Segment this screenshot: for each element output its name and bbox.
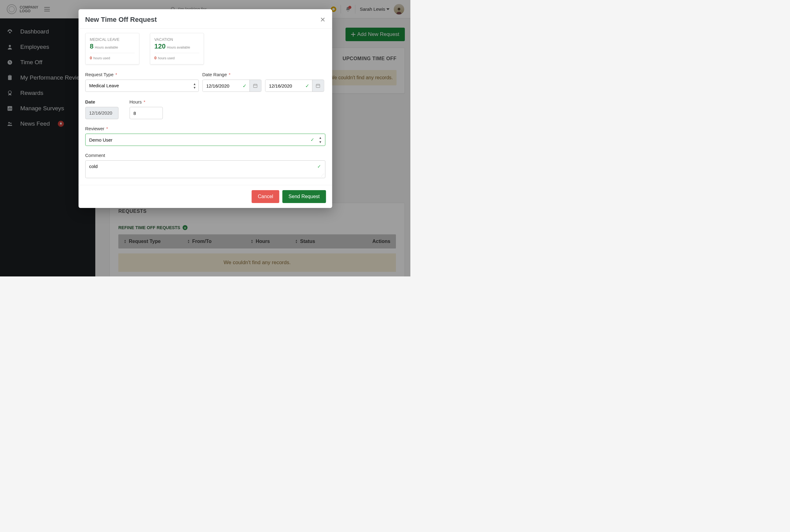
comment-label: Comment — [85, 153, 325, 158]
new-timeoff-modal: New Time Off Request × MEDICAL LEAVE 8 H… — [78, 9, 332, 208]
balance-name: MEDICAL LEAVE — [90, 37, 135, 42]
balance-used-label: hours used — [93, 56, 110, 60]
comment-textarea[interactable]: cold ✓ ⋰ — [85, 160, 325, 178]
hours-label: Hours* — [129, 99, 163, 104]
chevron-updown-icon: ▴▾ — [319, 135, 321, 144]
request-type-label: Request Type* — [85, 72, 199, 77]
date-label: Date — [85, 99, 118, 104]
balance-used: 0 — [90, 56, 92, 60]
balance-available-label: Hours available — [95, 45, 118, 49]
send-request-button[interactable]: Send Request — [282, 190, 326, 203]
balance-card-medical: MEDICAL LEAVE 8 Hours available 0 hours … — [85, 33, 139, 64]
balance-available-label: Hours available — [167, 45, 190, 49]
modal-title: New Time Off Request — [85, 16, 157, 24]
close-icon[interactable]: × — [320, 15, 325, 24]
balance-used-label: hours used — [158, 56, 174, 60]
reviewer-label: Reviewer* — [85, 126, 325, 131]
date-from-input[interactable]: ✓ — [202, 79, 261, 92]
check-icon: ✓ — [302, 80, 312, 92]
balance-card-vacation: VACATION 120 Hours available 0 hours use… — [150, 33, 204, 64]
balance-name: VACATION — [154, 37, 199, 42]
check-icon: ✓ — [239, 80, 249, 92]
chevron-updown-icon: ▴▾ — [194, 82, 196, 89]
svg-rect-14 — [316, 84, 320, 88]
balance-used: 0 — [154, 56, 157, 60]
calendar-icon[interactable] — [249, 80, 261, 92]
hours-input[interactable] — [129, 107, 163, 119]
cancel-button[interactable]: Cancel — [252, 190, 279, 203]
date-range-label: Date Range* — [202, 72, 325, 77]
balance-hours: 120 — [154, 42, 166, 50]
reviewer-select[interactable]: Demo User ✓ ▴▾ — [85, 134, 325, 146]
resize-handle-icon[interactable]: ⋰ — [321, 173, 324, 177]
date-readonly: 12/16/2020 — [85, 107, 118, 119]
calendar-icon[interactable] — [312, 80, 324, 92]
request-type-select[interactable]: Medical Leave ▴▾ — [85, 79, 199, 92]
svg-rect-13 — [254, 84, 257, 88]
balance-hours: 8 — [90, 42, 93, 50]
check-icon: ✓ — [311, 137, 314, 142]
check-icon: ✓ — [317, 164, 321, 169]
date-to-input[interactable]: ✓ — [265, 79, 324, 92]
